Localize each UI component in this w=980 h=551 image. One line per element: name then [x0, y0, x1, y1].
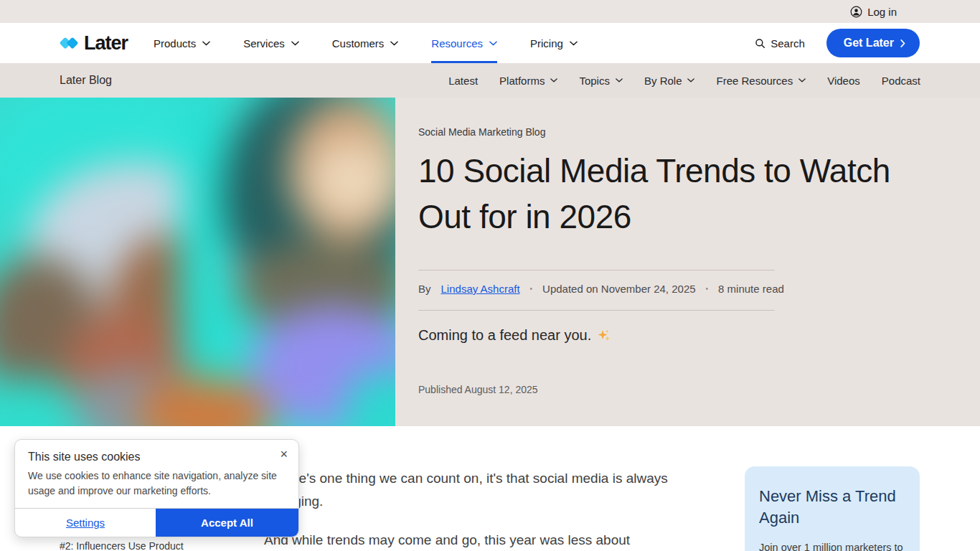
later-logo-icon	[60, 34, 79, 52]
chevron-down-icon	[798, 78, 806, 83]
standfirst-text: Coming to a feed near you.	[418, 327, 591, 344]
later-blog-link[interactable]: Later Blog	[60, 74, 112, 87]
chevron-down-icon	[570, 41, 578, 46]
newsletter-card-title: Never Miss a Trend Again	[759, 486, 905, 529]
blog-nav-label: Latest	[448, 75, 478, 87]
newsletter-card-body: Join over 1 million marketers to get soc…	[759, 540, 905, 551]
author-link[interactable]: Lindsay Ashcraft	[441, 283, 520, 295]
nav-right-group: Search Get Later	[755, 29, 920, 57]
search-button[interactable]: Search	[755, 37, 805, 50]
body-paragraph: If there's one thing we can count on, it…	[264, 467, 723, 513]
nav-item-resources[interactable]: Resources	[431, 23, 497, 63]
blog-nav-label: By Role	[644, 75, 682, 87]
chevron-down-icon	[390, 41, 398, 46]
nav-item-products[interactable]: Products	[154, 23, 210, 63]
blog-nav-label: Videos	[827, 75, 860, 87]
hero-image-blur	[0, 98, 395, 426]
blog-nav-label: Podcast	[882, 75, 920, 87]
close-icon[interactable]: ×	[280, 448, 288, 461]
blog-nav-label: Platforms	[499, 75, 545, 87]
nav-item-label: Services	[243, 37, 285, 50]
article-byline: By Lindsay Ashcraft • Updated on Novembe…	[418, 283, 784, 295]
updated-date: Updated on November 24, 2025	[542, 283, 695, 295]
chevron-down-icon	[291, 41, 299, 46]
blog-nav-label: Topics	[579, 75, 610, 87]
nav-item-services[interactable]: Services	[243, 23, 299, 63]
utility-topbar: Log in	[0, 0, 980, 23]
nav-item-label: Customers	[332, 37, 385, 50]
cookie-dialog-body: We use cookies to enhance site navigatio…	[15, 468, 298, 508]
chevron-down-icon	[202, 41, 210, 46]
sparkles-icon	[597, 329, 611, 342]
article-standfirst: Coming to a feed near you.	[418, 327, 611, 344]
chevron-down-icon	[687, 78, 694, 83]
blog-nav-items: Latest Platforms Topics By Role Free Res…	[448, 75, 920, 87]
get-later-label: Get Later	[844, 37, 894, 50]
get-later-button[interactable]: Get Later	[826, 29, 920, 57]
cookie-dialog-title: This site uses cookies	[15, 440, 298, 468]
blog-nav-latest[interactable]: Latest	[448, 75, 478, 87]
chevron-down-icon	[489, 41, 497, 46]
newsletter-card: Never Miss a Trend Again Join over 1 mil…	[745, 466, 920, 551]
cookie-settings-button[interactable]: Settings	[15, 509, 156, 537]
primary-nav-items: Products Services Customers Resources Pr…	[154, 23, 578, 63]
divider	[418, 310, 775, 311]
dot-separator: •	[530, 285, 533, 293]
nav-item-customers[interactable]: Customers	[332, 23, 399, 63]
article-title: 10 Social Media Trends to Watch Out for …	[418, 148, 906, 240]
login-label: Log in	[867, 6, 897, 18]
byline-prefix: By	[418, 283, 431, 295]
cookie-consent-dialog: × This site uses cookies We use cookies …	[14, 439, 299, 537]
body-paragraph: And while trends may come and go, this y…	[264, 529, 723, 551]
article-eyebrow: Social Media Marketing Blog	[418, 126, 545, 138]
blog-nav-free-resources[interactable]: Free Resources	[716, 75, 806, 87]
blog-nav-topics[interactable]: Topics	[579, 75, 623, 87]
later-logo[interactable]: Later	[60, 32, 128, 55]
cookie-dialog-footer: Settings Accept All	[15, 508, 298, 537]
search-label: Search	[771, 37, 805, 50]
chevron-down-icon	[550, 78, 557, 83]
read-time: 8 minute read	[718, 283, 784, 295]
nav-item-label: Pricing	[530, 37, 563, 50]
dot-separator: •	[706, 285, 709, 293]
published-date: Published August 12, 2025	[418, 384, 538, 395]
toc-item-link[interactable]: #2: Influencers Use Product	[60, 540, 184, 551]
article-header-section: Social Media Marketing Blog 10 Social Me…	[0, 98, 980, 426]
login-button[interactable]: Log in	[850, 6, 897, 18]
blog-navbar: Later Blog Latest Platforms Topics By Ro…	[0, 63, 980, 98]
nav-item-label: Resources	[431, 37, 483, 50]
article-body: If there's one thing we can count on, it…	[264, 467, 723, 551]
chevron-right-icon	[900, 39, 905, 47]
article-head: Social Media Marketing Blog 10 Social Me…	[418, 98, 920, 426]
hero-image	[0, 98, 395, 426]
blog-nav-by-role[interactable]: By Role	[644, 75, 695, 87]
main-navbar: Later Products Services Customers Resour…	[0, 23, 980, 63]
chevron-down-icon	[616, 78, 623, 83]
user-circle-icon	[850, 6, 862, 18]
cookie-accept-all-button[interactable]: Accept All	[156, 509, 298, 537]
search-icon	[755, 38, 765, 49]
blog-nav-platforms[interactable]: Platforms	[499, 75, 557, 87]
blog-nav-videos[interactable]: Videos	[827, 75, 860, 87]
blog-nav-label: Free Resources	[716, 75, 793, 87]
brand-name: Later	[84, 32, 128, 55]
nav-item-pricing[interactable]: Pricing	[530, 23, 578, 63]
nav-item-label: Products	[154, 37, 196, 50]
blog-nav-podcast[interactable]: Podcast	[882, 75, 920, 87]
divider	[418, 270, 775, 270]
